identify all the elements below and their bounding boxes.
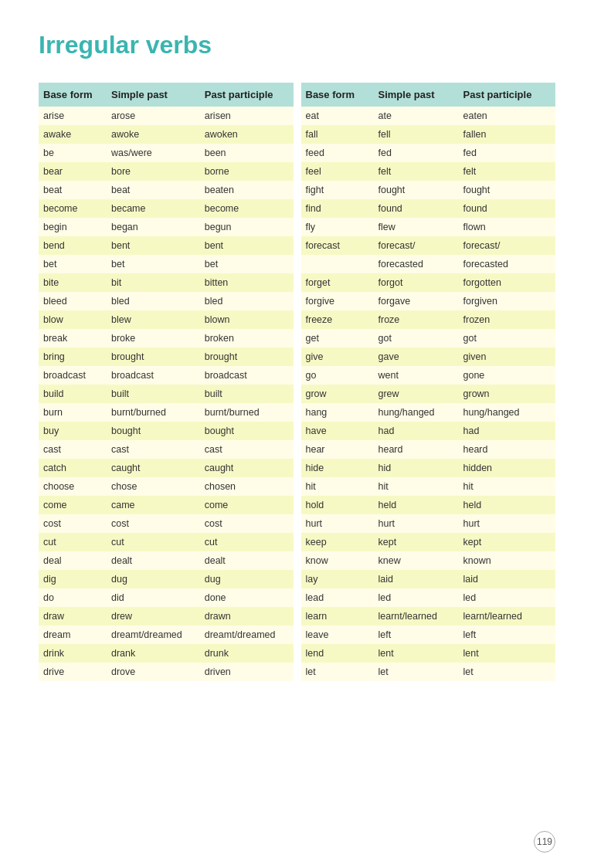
table-row: leadledled (301, 588, 556, 607)
table-cell: laid (459, 570, 555, 588)
table-row: drinkdrankdrunk (39, 644, 294, 663)
table-row: costcostcost (39, 514, 294, 533)
table-cell: fight (301, 181, 374, 199)
table-cell: bite (39, 273, 107, 292)
table-row: letletlet (301, 663, 556, 681)
table-cell: blow (39, 310, 107, 329)
table-cell: broken (200, 329, 294, 348)
table-cell: hurt (374, 514, 459, 533)
table-cell: arise (39, 107, 107, 125)
table-cell: hit (459, 477, 555, 496)
table-row: bewas/werebeen (39, 144, 294, 162)
table-cell: had (459, 422, 555, 440)
right-table: Base form Simple past Past participle ea… (301, 83, 556, 681)
table-cell: came (107, 496, 200, 514)
table-cell: draw (39, 607, 107, 626)
table-cell: bring (39, 348, 107, 366)
table-cell: cost (107, 514, 200, 533)
table-cell: deal (39, 551, 107, 570)
table-cell: broadcast (200, 366, 294, 385)
table-cell: hit (301, 477, 374, 496)
table-cell: forgave (374, 292, 459, 310)
table-row: hurthurthurt (301, 514, 556, 533)
table-row: buildbuiltbuilt (39, 385, 294, 403)
table-cell: forgiven (459, 292, 555, 310)
table-cell: become (200, 199, 294, 218)
table-cell: forecasted (374, 255, 459, 273)
table-cell: bore (107, 162, 200, 181)
table-cell: fell (374, 125, 459, 144)
table-cell: learnt/learned (374, 607, 459, 626)
table-cell: had (374, 422, 459, 440)
table-cell: beat (107, 181, 200, 199)
table-row: becomebecamebecome (39, 199, 294, 218)
table-cell: feed (301, 144, 374, 162)
table-cell: forgive (301, 292, 374, 310)
table-cell: bear (39, 162, 107, 181)
table-cell: bit (107, 273, 200, 292)
table-cell: bleed (39, 292, 107, 310)
table-cell: dig (39, 570, 107, 588)
table-cell: been (200, 144, 294, 162)
page-number: 119 (534, 831, 555, 853)
table-cell: fallen (459, 125, 555, 144)
table-cell: let (459, 663, 555, 681)
table-cell: eat (301, 107, 374, 125)
table-cell: kept (374, 533, 459, 551)
table-cell: forecast/ (459, 236, 555, 255)
table-cell: fly (301, 218, 374, 236)
table-cell: buy (39, 422, 107, 440)
table-row: growgrewgrown (301, 385, 556, 403)
table-cell: catch (39, 459, 107, 477)
table-row: hanghung/hangedhung/hanged (301, 403, 556, 422)
table-cell: do (39, 588, 107, 607)
table-row: freezefrozefrozen (301, 310, 556, 329)
table-cell: hang (301, 403, 374, 422)
table-cell: cast (107, 440, 200, 459)
table-cell: drew (107, 607, 200, 626)
table-cell: left (459, 626, 555, 644)
table-row: hithithit (301, 477, 556, 496)
left-header-simple: Simple past (107, 83, 200, 107)
table-cell: bend (39, 236, 107, 255)
table-row: givegavegiven (301, 348, 556, 366)
table-cell: built (200, 385, 294, 403)
table-cell: grow (301, 385, 374, 403)
table-row: flyflewflown (301, 218, 556, 236)
table-cell: found (459, 199, 555, 218)
table-row: forgetforgotforgotten (301, 273, 556, 292)
table-row: beginbeganbegun (39, 218, 294, 236)
table-cell: dealt (107, 551, 200, 570)
table-cell: begin (39, 218, 107, 236)
table-row: learnlearnt/learnedlearnt/learned (301, 607, 556, 626)
table-cell: awoken (200, 125, 294, 144)
table-cell: let (374, 663, 459, 681)
right-header-past: Past participle (459, 83, 555, 107)
table-cell: chosen (200, 477, 294, 496)
table-cell: drive (39, 663, 107, 681)
table-cell: awoke (107, 125, 200, 144)
table-cell: choose (39, 477, 107, 496)
table-row: laylaidlaid (301, 570, 556, 588)
table-cell: learnt/learned (459, 607, 555, 626)
table-cell: began (107, 218, 200, 236)
table-cell: dreamt/dreamed (200, 626, 294, 644)
right-table-header-row: Base form Simple past Past participle (301, 83, 556, 107)
table-row: fightfoughtfought (301, 181, 556, 199)
table-cell: be (39, 144, 107, 162)
table-cell: cut (200, 533, 294, 551)
table-cell: beaten (200, 181, 294, 199)
table-cell: held (459, 496, 555, 514)
table-cell: hung/hanged (374, 403, 459, 422)
table-cell: cost (200, 514, 294, 533)
table-cell: have (301, 422, 374, 440)
table-cell: break (39, 329, 107, 348)
table-cell: dealt (200, 551, 294, 570)
table-cell: lent (459, 644, 555, 663)
table-cell: bent (200, 236, 294, 255)
table-cell: flew (374, 218, 459, 236)
table-cell: flown (459, 218, 555, 236)
table-cell: gave (374, 348, 459, 366)
table-cell: did (107, 588, 200, 607)
table-cell: fought (459, 181, 555, 199)
